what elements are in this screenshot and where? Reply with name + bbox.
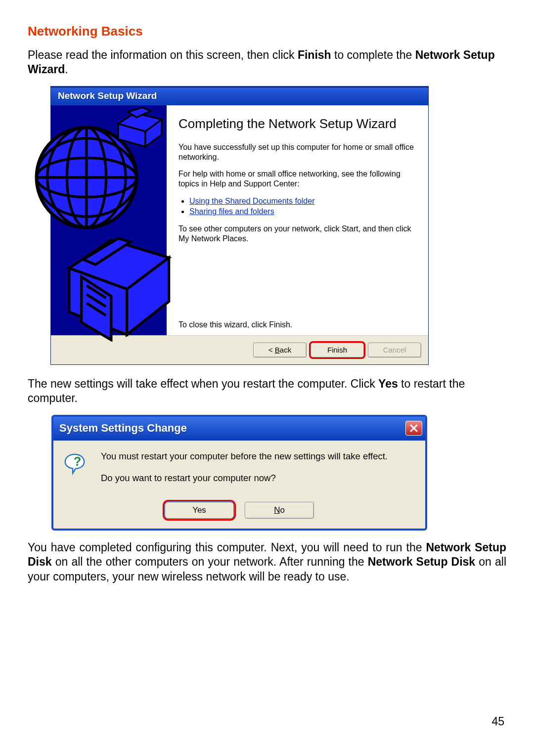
mid-paragraph: The new settings will take effect when y… xyxy=(28,377,506,406)
yes-button[interactable]: Yes xyxy=(165,502,234,519)
dialog-line: You must restart your computer before th… xyxy=(101,450,388,462)
wizard-para: You have successfully set up this comput… xyxy=(178,142,418,162)
wizard-body: Completing the Network Setup Wizard You … xyxy=(51,105,428,335)
dialog-line: Do you want to restart your computer now… xyxy=(101,472,388,484)
printer-icon xyxy=(113,107,167,157)
close-button[interactable] xyxy=(405,421,422,436)
wizard-window: Network Setup Wizard xyxy=(50,86,429,365)
text: You have completed configuring this comp… xyxy=(28,541,426,554)
text: B xyxy=(275,346,280,354)
text: to complete the xyxy=(331,48,415,61)
dialog-text: You must restart your computer before th… xyxy=(101,450,388,494)
dialog-title: System Settings Change xyxy=(59,422,187,435)
wizard-heading: Completing the Network Setup Wizard xyxy=(178,116,418,132)
text-bold: Network Setup Disk xyxy=(368,555,475,568)
text: N xyxy=(274,505,280,515)
wizard-close-hint: To close this wizard, click Finish. xyxy=(178,320,292,329)
wizard-para: To see other computers on your network, … xyxy=(178,224,418,244)
text: The new settings will take effect when y… xyxy=(28,377,378,390)
wizard-link-list: Using the Shared Documents folder Sharin… xyxy=(178,196,418,217)
wizard-para: For help with home or small office netwo… xyxy=(178,169,418,189)
finish-button[interactable]: Finish xyxy=(311,343,364,357)
text-bold: Finish xyxy=(298,48,331,61)
text: . xyxy=(65,63,68,76)
dialog-footer: Yes No xyxy=(53,500,425,529)
page-number: 45 xyxy=(491,715,504,728)
end-paragraph: You have completed configuring this comp… xyxy=(28,540,506,584)
wizard-help-link[interactable]: Sharing files and folders xyxy=(189,207,274,216)
text: Please read the information on this scre… xyxy=(28,48,298,61)
svg-text:?: ? xyxy=(74,454,81,468)
wizard-content: Completing the Network Setup Wizard You … xyxy=(167,105,428,335)
section-title: Networking Basics xyxy=(28,24,506,39)
wizard-titlebar: Network Setup Wizard xyxy=(51,87,428,105)
text: < xyxy=(268,346,275,354)
intro-paragraph: Please read the information on this scre… xyxy=(28,48,506,77)
text: on all the other computers on your netwo… xyxy=(52,555,368,568)
dialog-window: System Settings Change ? You must restar… xyxy=(51,415,427,531)
question-icon: ? xyxy=(63,452,86,475)
text: ack xyxy=(280,346,291,354)
close-icon xyxy=(409,424,418,433)
cancel-button: Cancel xyxy=(368,343,421,357)
printer-large-icon xyxy=(64,228,173,342)
text: o xyxy=(280,505,284,515)
text-bold: Yes xyxy=(378,377,398,390)
back-button[interactable]: < Back xyxy=(253,343,307,357)
dialog-titlebar: System Settings Change xyxy=(53,417,425,441)
dialog-body: ? You must restart your computer before … xyxy=(53,441,425,500)
no-button[interactable]: No xyxy=(245,502,314,519)
wizard-sidebar-image xyxy=(51,105,167,335)
wizard-help-link[interactable]: Using the Shared Documents folder xyxy=(189,197,314,205)
